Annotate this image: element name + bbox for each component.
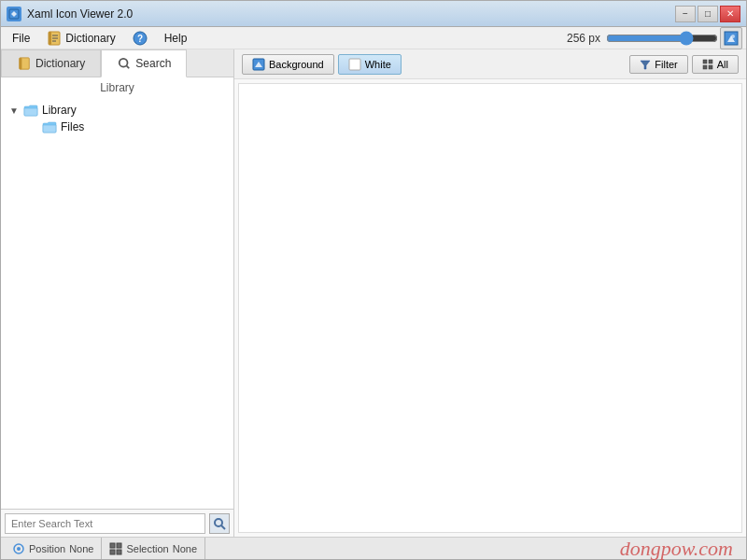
- background-icon: [252, 58, 265, 71]
- menu-dictionary[interactable]: Dictionary: [39, 29, 122, 48]
- tree-view: ▼ Library: [1, 98, 233, 509]
- menu-bar: File Dictionary ?: [1, 27, 746, 49]
- folder-icon-library: [23, 105, 38, 117]
- minimize-button[interactable]: −: [675, 6, 696, 22]
- search-input[interactable]: [5, 513, 205, 534]
- tree-header: Library: [1, 77, 233, 98]
- folder-icon-files: [42, 121, 57, 133]
- right-panel: Background White Filter: [234, 49, 746, 537]
- maximize-button[interactable]: □: [698, 6, 718, 22]
- tree-label-library: Library: [42, 104, 77, 117]
- svg-rect-19: [349, 59, 360, 70]
- svg-rect-28: [117, 543, 121, 548]
- svg-rect-24: [709, 65, 712, 69]
- selection-value: None: [173, 543, 197, 554]
- app-icon: [7, 7, 21, 21]
- search-button[interactable]: [209, 513, 230, 534]
- white-icon: [348, 58, 361, 71]
- tab-dictionary[interactable]: Dictionary: [1, 49, 101, 77]
- tab-search[interactable]: Search: [101, 49, 187, 77]
- menu-help[interactable]: Help: [157, 30, 195, 47]
- search-icon: [213, 517, 226, 530]
- all-label: All: [717, 59, 728, 70]
- watermark: dongpow.com: [620, 537, 742, 561]
- menu-help-label: Help: [164, 32, 188, 45]
- dictionary-icon: [47, 31, 62, 46]
- svg-point-15: [215, 519, 222, 526]
- tab-search-label: Search: [135, 57, 171, 70]
- menu-file[interactable]: File: [5, 30, 37, 47]
- filter-button[interactable]: Filter: [629, 55, 687, 74]
- svg-line-16: [221, 525, 225, 529]
- tree-item-library[interactable]: ▼ Library: [5, 102, 230, 119]
- filter-label: Filter: [655, 59, 677, 70]
- position-section: Position None: [5, 538, 102, 559]
- menu-file-label: File: [12, 32, 30, 45]
- menu-help-icon[interactable]: ?: [125, 29, 155, 48]
- tab-bar: Dictionary Search: [1, 49, 233, 77]
- right-toolbar: Background White Filter: [234, 49, 746, 79]
- size-slider[interactable]: [606, 31, 718, 46]
- main-content: Dictionary Search Library: [1, 49, 746, 537]
- svg-point-13: [120, 59, 128, 67]
- svg-marker-20: [641, 61, 650, 69]
- tab-dictionary-label: Dictionary: [35, 57, 85, 70]
- svg-rect-23: [703, 65, 707, 69]
- title-bar: Xaml Icon Viewer 2.0 − □ ✕: [1, 1, 746, 27]
- svg-text:?: ?: [137, 34, 143, 44]
- search-bar: [1, 509, 233, 537]
- tree-label-files: Files: [61, 120, 84, 133]
- svg-rect-21: [703, 60, 707, 63]
- selection-icon: [109, 542, 122, 555]
- svg-point-26: [17, 547, 21, 551]
- image-preview-button[interactable]: [720, 27, 742, 49]
- window-title: Xaml Icon Viewer 2.0: [27, 7, 669, 21]
- tab-search-icon: [117, 56, 132, 71]
- position-icon: [12, 542, 25, 555]
- left-panel: Dictionary Search Library: [1, 49, 234, 537]
- icon-area: [238, 83, 742, 533]
- svg-point-10: [731, 35, 735, 38]
- tree-item-files[interactable]: Files: [23, 119, 230, 135]
- selection-section: Selection None: [102, 538, 205, 559]
- svg-rect-27: [110, 543, 115, 548]
- menu-dictionary-label: Dictionary: [65, 32, 115, 45]
- main-window: Xaml Icon Viewer 2.0 − □ ✕ File Dictiona…: [0, 0, 747, 560]
- tab-dictionary-icon: [17, 56, 32, 71]
- tree-toggle-library[interactable]: ▼: [8, 105, 20, 116]
- status-bar: Position None Selection None dongpow.com: [1, 537, 746, 559]
- tree-children-library: Files: [23, 119, 230, 135]
- all-button[interactable]: All: [692, 55, 739, 74]
- position-value: None: [69, 543, 93, 554]
- white-button[interactable]: White: [338, 54, 402, 75]
- background-label: Background: [269, 59, 324, 70]
- svg-rect-30: [117, 550, 121, 554]
- filter-icon: [640, 59, 651, 70]
- close-button[interactable]: ✕: [720, 6, 740, 22]
- tree-header-label: Library: [100, 81, 134, 94]
- svg-rect-22: [709, 60, 712, 63]
- help-icon: ?: [133, 31, 148, 46]
- svg-line-14: [127, 66, 130, 69]
- size-label: 256 px: [567, 32, 600, 45]
- selection-label: Selection: [126, 543, 168, 554]
- svg-rect-29: [110, 550, 115, 554]
- position-label: Position: [29, 543, 65, 554]
- svg-rect-2: [49, 32, 51, 45]
- all-icon: [702, 59, 713, 70]
- svg-rect-12: [20, 58, 22, 69]
- window-controls: − □ ✕: [675, 6, 740, 22]
- white-label: White: [365, 59, 391, 70]
- background-button[interactable]: Background: [242, 54, 334, 75]
